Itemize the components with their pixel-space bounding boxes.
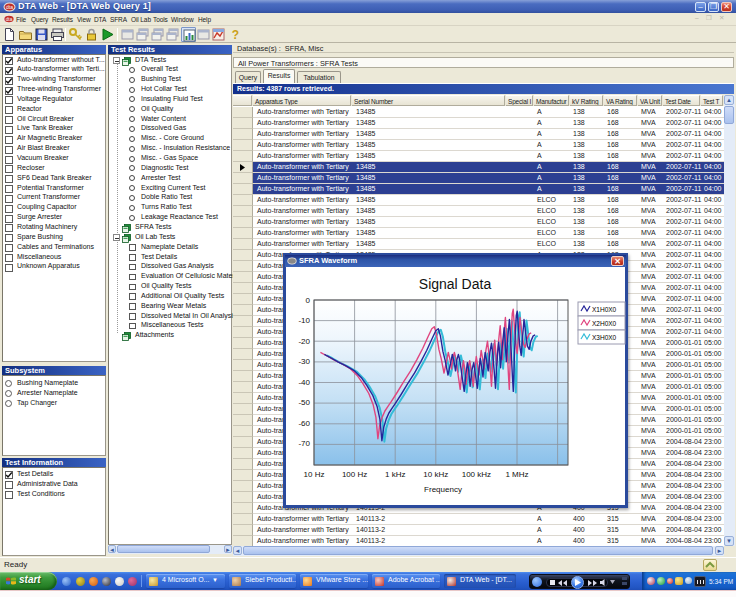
svg-text:dta: dta [6,17,13,22]
svg-text:0: 0 [306,296,311,305]
svg-text:1 kHz: 1 kHz [385,470,405,479]
svg-text:-50: -50 [298,398,310,407]
svg-text:Signal Data: Signal Data [419,276,492,292]
svg-text:-10: -10 [298,316,310,325]
svg-text:-20: -20 [298,337,310,346]
svg-text:1 MHz: 1 MHz [505,470,528,479]
svg-text:-40: -40 [298,378,310,387]
svg-text:10 kHz: 10 kHz [423,470,448,479]
svg-text:X3H0X0: X3H0X0 [592,334,617,341]
svg-text:-60: -60 [298,419,310,428]
svg-text:?: ? [232,28,239,42]
svg-text:-30: -30 [298,357,310,366]
svg-text:-70: -70 [298,439,310,448]
svg-text:10 Hz: 10 Hz [304,470,325,479]
svg-text:dta: dta [6,4,13,10]
svg-text:X2H0X0: X2H0X0 [592,320,617,327]
svg-text:Frequency: Frequency [424,485,462,494]
svg-text:100 kHz: 100 kHz [462,470,491,479]
svg-text:100 Hz: 100 Hz [342,470,367,479]
svg-text:X1H0X0: X1H0X0 [592,306,617,313]
